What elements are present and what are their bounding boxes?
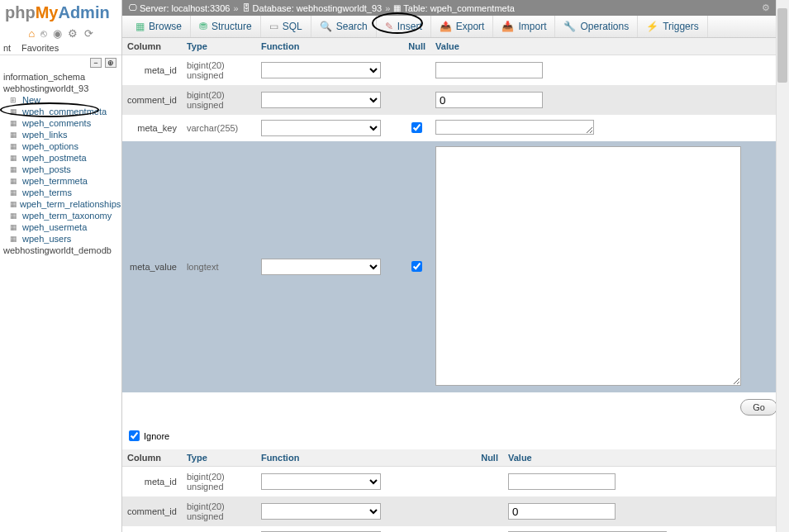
structure-icon: ⛃: [199, 21, 207, 32]
table-icon: ▦: [10, 188, 20, 197]
tabs-bar: ▦Browse ⛃Structure ▭SQL 🔍Search ✎Insert …: [122, 16, 789, 38]
column-type: bigint(20) unsigned: [182, 467, 256, 497]
db-item[interactable]: information_schema: [2, 71, 121, 83]
table-item[interactable]: ▦wpeh_postmeta: [2, 152, 121, 164]
table-item[interactable]: ▦wpeh_termmeta: [2, 175, 121, 187]
function-select[interactable]: [261, 92, 381, 108]
table-item[interactable]: ▦wpeh_options: [2, 140, 121, 152]
column-type: bigint(20) unsigned: [182, 496, 256, 526]
db-label: Database:: [253, 3, 294, 13]
home-icon[interactable]: ⌂: [28, 27, 35, 40]
docs-icon[interactable]: ◉: [53, 27, 62, 40]
table-item[interactable]: ▦wpeh_posts: [2, 164, 121, 175]
table-item[interactable]: ▦wpeh_comments: [2, 117, 121, 129]
import-icon: 📥: [501, 21, 514, 32]
server-link[interactable]: localhost:3306: [172, 3, 231, 13]
column-name: meta_id: [122, 55, 182, 86]
tab-insert[interactable]: ✎Insert: [377, 16, 431, 37]
link-icon[interactable]: ⊕: [105, 58, 116, 68]
tab-operations[interactable]: 🔧Operations: [555, 16, 638, 37]
tab-structure[interactable]: ⛃Structure: [191, 16, 261, 37]
function-select[interactable]: [261, 62, 381, 78]
tab-triggers[interactable]: ⚡Triggers: [638, 16, 708, 37]
header-column: Column: [122, 38, 182, 55]
header-type[interactable]: Type: [182, 38, 256, 55]
recent-label[interactable]: nt: [3, 43, 15, 53]
function-select[interactable]: [261, 259, 381, 275]
db-item[interactable]: webhostingworldt_93: [2, 83, 121, 94]
db-item[interactable]: webhostingworldt_demodb: [2, 245, 121, 256]
table-icon: ▦: [10, 142, 20, 150]
sql-icon: ▭: [269, 21, 278, 32]
table-item[interactable]: ▦wpeh_term_taxonomy: [2, 210, 121, 221]
tab-export[interactable]: 📤Export: [431, 16, 494, 37]
value-input[interactable]: [435, 62, 543, 78]
go-button[interactable]: Go: [740, 399, 777, 416]
column-name: meta_value: [122, 141, 182, 392]
header-type[interactable]: Type: [182, 449, 256, 467]
ignore-label: Ignore: [144, 431, 169, 441]
table-icon: ▦: [10, 154, 20, 162]
gear-icon[interactable]: ⚙: [762, 2, 770, 13]
db-link[interactable]: webhostingworldt_93: [297, 3, 382, 13]
function-select[interactable]: [261, 503, 381, 520]
export-icon: 📤: [440, 21, 452, 32]
header-column: Column: [122, 449, 182, 467]
reload-icon[interactable]: ⟳: [84, 27, 93, 40]
table-item[interactable]: ▦wpeh_users: [2, 233, 121, 245]
column-type: varchar(255): [182, 115, 256, 141]
tab-sql[interactable]: ▭SQL: [261, 16, 311, 37]
value-input[interactable]: [508, 503, 616, 520]
server-icon: 🖵: [129, 3, 137, 12]
function-select[interactable]: [261, 120, 381, 136]
column-name: comment_id: [122, 85, 182, 115]
value-input[interactable]: [435, 92, 543, 108]
table-icon: ▦: [10, 165, 20, 173]
column-name: meta_key: [122, 115, 182, 141]
table-icon: ▦: [10, 235, 20, 243]
header-value: Value: [430, 38, 789, 55]
new-icon: ⊞: [10, 96, 20, 104]
null-checkbox[interactable]: [411, 122, 422, 133]
logout-icon[interactable]: ⎋: [40, 27, 47, 40]
column-type: bigint(20) unsigned: [182, 55, 256, 86]
header-function[interactable]: Function: [256, 449, 476, 467]
settings-icon[interactable]: ⚙: [68, 27, 78, 40]
table-icon: ▦: [10, 107, 20, 116]
tab-search[interactable]: 🔍Search: [311, 16, 377, 37]
table-link[interactable]: wpeh_commentmeta: [430, 3, 515, 13]
table-item[interactable]: ▦wpeh_terms: [2, 187, 121, 198]
tab-browse[interactable]: ▦Browse: [127, 16, 191, 37]
value-input[interactable]: [508, 473, 616, 490]
header-function[interactable]: Function: [256, 38, 403, 55]
sidebar: phpMyAdmin ⌂ ⎋ ◉ ⚙ ⟳ nt Favorites − ⊕ in…: [0, 0, 122, 532]
table-item[interactable]: ▦wpeh_usermeta: [2, 221, 121, 233]
column-name: comment_id: [122, 496, 182, 526]
scrollbar[interactable]: [776, 0, 789, 532]
column-type: longtext: [182, 141, 256, 392]
favorites-row: nt Favorites: [0, 41, 121, 55]
favorites-label[interactable]: Favorites: [21, 43, 59, 53]
collapse-icon[interactable]: −: [90, 58, 102, 68]
table-item[interactable]: ▦wpeh_term_relationships: [2, 198, 121, 210]
server-label: Server:: [140, 3, 169, 13]
database-icon: 🗄: [242, 3, 250, 12]
null-checkbox[interactable]: [411, 261, 422, 272]
value-textarea[interactable]: [435, 120, 594, 135]
logo: phpMyAdmin: [0, 0, 121, 26]
table-icon: ▦: [10, 131, 20, 139]
column-type: varchar(255): [182, 526, 256, 532]
table-item[interactable]: ▦wpeh_links: [2, 129, 121, 140]
main-panel: 🖵 Server: localhost:3306 » 🗄 Database: w…: [122, 0, 789, 532]
triggers-icon: ⚡: [646, 21, 658, 32]
search-icon: 🔍: [320, 21, 332, 32]
new-table-item[interactable]: ⊞New: [2, 94, 121, 106]
scroll-thumb[interactable]: [777, 8, 787, 83]
value-textarea[interactable]: [435, 146, 741, 386]
operations-icon: 🔧: [563, 21, 576, 32]
tab-import[interactable]: 📥Import: [493, 16, 555, 37]
table-icon: ▦: [10, 211, 20, 220]
ignore-checkbox[interactable]: [129, 430, 140, 441]
function-select[interactable]: [261, 473, 381, 490]
table-item[interactable]: ▦wpeh_commentmeta: [2, 106, 121, 117]
